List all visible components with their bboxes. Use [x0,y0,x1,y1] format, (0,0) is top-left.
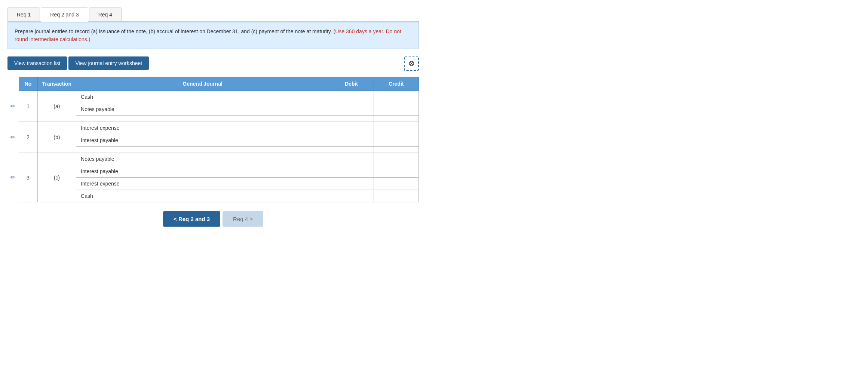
credit-1a[interactable] [374,91,419,103]
journal-entry-3d[interactable]: Cash [76,190,329,202]
journal-entry-3a[interactable]: Notes payable [76,153,329,165]
row-no-2: 2 [19,122,37,153]
row-no-1: 1 [19,91,37,122]
debit-3b[interactable] [329,165,374,178]
row-trans-2: (b) [37,122,76,153]
credit-2a[interactable] [374,122,419,134]
debit-1a[interactable] [329,91,374,103]
table-row: ✏ 1 (a) Cash [7,91,419,103]
credit-1b[interactable] [374,103,419,116]
journal-entry-1b[interactable]: Notes payable [76,103,329,116]
journal-entry-2c[interactable] [76,147,329,153]
tab-req2and3[interactable]: Req 2 and 3 [41,7,88,22]
credit-2b[interactable] [374,134,419,147]
journal-entry-2a[interactable]: Interest expense [76,122,329,134]
instruction-main-text: Prepare journal entries to record (a) is… [15,28,332,34]
debit-2b[interactable] [329,134,374,147]
col-header-no: No [19,77,37,91]
col-header-general-journal: General Journal [76,77,329,91]
tab-req4[interactable]: Req 4 [89,7,122,21]
table-row: ✏ 3 (c) Notes payable [7,153,419,165]
col-header-credit: Credit [374,77,419,91]
toolbar: View transaction list View journal entry… [7,56,419,71]
debit-3d[interactable] [329,190,374,202]
table-row: ✏ 2 (b) Interest expense [7,122,419,134]
tab-req1[interactable]: Req 1 [7,7,40,21]
close-icon: ⊗ [408,59,415,68]
credit-3b[interactable] [374,165,419,178]
col-header-transaction: Transaction [37,77,76,91]
debit-1c[interactable] [329,116,374,122]
debit-2a[interactable] [329,122,374,134]
credit-2c[interactable] [374,147,419,153]
edit-icon-3[interactable]: ✏ [10,174,15,181]
journal-entry-3c[interactable]: Interest expense [76,178,329,190]
credit-3a[interactable] [374,153,419,165]
journal-entry-3b[interactable]: Interest payable [76,165,329,178]
debit-3c[interactable] [329,178,374,190]
nav-buttons: < Req 2 and 3 Req 4 > [7,211,419,227]
next-nav-button[interactable]: Req 4 > [223,211,263,227]
view-journal-worksheet-button[interactable]: View journal entry worksheet [68,56,149,70]
journal-entry-2b[interactable]: Interest payable [76,134,329,147]
prev-nav-button[interactable]: < Req 2 and 3 [163,211,220,227]
journal-table: No Transaction General Journal Debit Cre… [7,77,419,202]
row-no-3: 3 [19,153,37,202]
view-transaction-list-button[interactable]: View transaction list [7,56,67,70]
close-icon-button[interactable]: ⊗ [404,56,419,71]
credit-3d[interactable] [374,190,419,202]
instruction-box: Prepare journal entries to record (a) is… [7,22,419,49]
credit-1c[interactable] [374,116,419,122]
row-trans-3: (c) [37,153,76,202]
credit-3c[interactable] [374,178,419,190]
edit-icon-2[interactable]: ✏ [10,134,15,141]
debit-2c[interactable] [329,147,374,153]
journal-entry-1c[interactable] [76,116,329,122]
journal-entry-1a[interactable]: Cash [76,91,329,103]
tab-bar: Req 1 Req 2 and 3 Req 4 [7,7,419,22]
col-header-debit: Debit [329,77,374,91]
debit-3a[interactable] [329,153,374,165]
debit-1b[interactable] [329,103,374,116]
row-trans-1: (a) [37,91,76,122]
edit-icon-1[interactable]: ✏ [10,103,15,110]
